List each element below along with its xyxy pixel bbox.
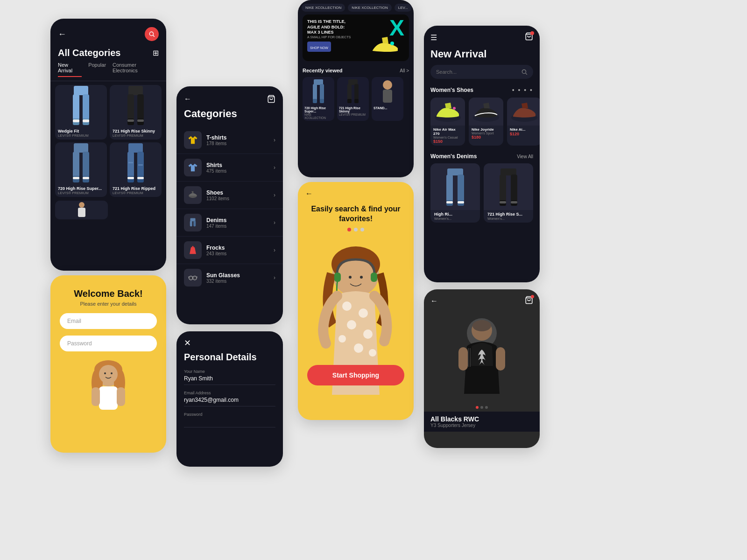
recently-viewed-row: 720 High Rise Super... NIKE XCOLLECTION … (298, 75, 414, 123)
svg-rect-31 (137, 177, 144, 179)
denim-item-1[interactable]: High Ri... Women's... (430, 163, 480, 223)
svg-rect-65 (354, 84, 359, 100)
svg-rect-42 (92, 387, 100, 406)
svg-rect-8 (83, 119, 89, 122)
denim-item-2[interactable]: 721 High Rise S... Women's... (484, 163, 533, 223)
product-item[interactable]: Wedgie Fit LEVI'S® PREMIUM (55, 85, 107, 140)
catlist-header: ← (176, 86, 283, 108)
tab-consumer-electronics[interactable]: Consumer Electronics (113, 62, 159, 77)
svg-point-81 (338, 335, 346, 343)
hero-cta[interactable]: SHOP NOW (310, 46, 328, 49)
svg-point-82 (354, 343, 363, 353)
arrow-icon: › (274, 192, 275, 198)
category-item-denims[interactable]: Denims 147 items › (176, 209, 283, 237)
tab-popular[interactable]: Popular (88, 62, 106, 77)
shoes-nav-dots[interactable]: • • • • (512, 86, 533, 94)
shoe-item-3[interactable]: Nike Ai... $120 (507, 98, 540, 146)
product-item-partial[interactable] (55, 201, 108, 219)
product-name: 720 High Rise Super... (58, 186, 104, 191)
denim-image (430, 163, 480, 210)
cart-button[interactable] (525, 32, 533, 42)
card-personal-details: ✕ Personal Details Your Name Ryan Smith … (176, 331, 283, 467)
cart-button[interactable] (525, 296, 533, 306)
indicator-dot-1[interactable] (476, 406, 479, 409)
password-field[interactable]: Password (60, 336, 157, 351)
svg-rect-113 (470, 348, 471, 367)
recent-item-brand: LEVI'S® PREMIUM (339, 113, 367, 116)
shoe-price: $180 (472, 135, 500, 140)
back-icon[interactable]: ← (305, 189, 313, 198)
card-nike: NIKE XCOLLECTION NIKE XCOLLECTION LEV...… (298, 0, 414, 177)
svg-rect-62 (320, 99, 324, 103)
start-shopping-button[interactable]: Start Shopping (307, 365, 404, 385)
category-item-sunglasses[interactable]: Sun Glasses 332 items › (176, 264, 283, 291)
category-item-tshirts[interactable]: T-shirts 178 items › (176, 126, 283, 154)
shoe-price: $150 (433, 139, 462, 144)
recent-item-3[interactable]: STAND... (372, 77, 403, 121)
category-count: 332 items (206, 279, 274, 284)
denim-sub: Women's... (434, 217, 476, 221)
nike-tab-3[interactable]: LEV... (395, 4, 412, 12)
category-count: 243 items (206, 251, 274, 256)
arrow-icon: › (274, 274, 275, 281)
all-link[interactable]: All > (400, 68, 409, 73)
indicator-dot-2[interactable] (480, 406, 483, 409)
email-field[interactable]: Email (60, 313, 157, 329)
view-all-link[interactable]: View All (517, 154, 533, 159)
recent-item-1[interactable]: 720 High Rise Super... NIKE XCOLLECTION (303, 77, 334, 121)
grid-icon[interactable]: ⊞ (153, 49, 159, 57)
svg-point-38 (99, 365, 118, 384)
shoe-info: Nike Air Max 270 Women's Casual $150 (430, 126, 465, 146)
shoe-item-2[interactable]: Nike Joyride Women's Sport $180 (469, 98, 503, 146)
svg-rect-43 (117, 387, 125, 406)
dot-2[interactable] (354, 228, 358, 231)
product-item[interactable]: 721 High Rise Skinny LEVI'S® PREMIUM (110, 85, 162, 140)
tab-new-arrival[interactable]: New Arrival (58, 62, 82, 77)
category-name: Shoes (206, 189, 274, 196)
search-input[interactable] (436, 69, 521, 75)
svg-rect-112 (468, 348, 469, 367)
category-name: Frocks (206, 245, 274, 251)
category-item-shoes[interactable]: Shoes 1102 items › (176, 182, 283, 209)
svg-rect-27 (138, 164, 143, 166)
category-item-frocks[interactable]: Frocks 243 items › (176, 237, 283, 264)
product-item[interactable]: 721 High Rise Ripped LEVI'S® PREMIUM (110, 142, 162, 197)
shoe-image (430, 98, 465, 126)
search-bar[interactable] (430, 65, 533, 79)
svg-rect-11 (137, 94, 144, 120)
svg-rect-111 (496, 347, 505, 371)
allcat-title-row: All Categories ⊞ (50, 46, 166, 62)
search-screen-header: ← (298, 182, 414, 198)
product-item[interactable]: 720 High Rise Super... LEVI'S® PREMIUM (55, 142, 107, 197)
nike-tab-1[interactable]: NIKE XCOLLECTION (302, 4, 345, 12)
back-icon[interactable]: ← (430, 297, 438, 305)
back-icon[interactable]: ← (58, 29, 66, 39)
indicator-dot-3[interactable] (485, 406, 488, 409)
card-welcome: Welcome Back! Please enter your details … (50, 275, 166, 453)
product-image (110, 142, 162, 184)
back-icon[interactable]: ← (184, 95, 191, 103)
nike-tab-2[interactable]: NIKE XCOLLECTION (348, 4, 391, 12)
svg-line-52 (188, 277, 189, 277)
email-value[interactable]: ryan3425@gmail.com (184, 397, 275, 406)
close-button[interactable]: ✕ (176, 331, 283, 350)
password-value[interactable] (184, 418, 275, 427)
recent-item-2[interactable]: 721 High Rise Skinny LEVI'S® PREMIUM (337, 77, 369, 121)
dot-3[interactable] (360, 228, 364, 231)
denim-name: High Ri... (434, 212, 476, 217)
recent-item-name: STAND... (374, 106, 402, 110)
product-name: All Blacks RWC (430, 415, 533, 423)
welcome-title: Welcome Back! (60, 288, 157, 299)
shoe-item-1[interactable]: Nike Air Max 270 Women's Casual $150 (430, 98, 465, 146)
cart-icon[interactable] (267, 95, 275, 103)
search-button[interactable] (145, 27, 159, 41)
svg-rect-4 (83, 94, 89, 120)
dot-1[interactable] (347, 228, 351, 231)
name-value[interactable]: Ryan Smith (184, 375, 275, 385)
menu-icon[interactable]: ☰ (430, 33, 437, 42)
sunglasses-icon (184, 269, 202, 287)
svg-point-39 (104, 372, 106, 374)
svg-point-32 (79, 202, 85, 208)
category-item-shirts[interactable]: Shirts 475 items › (176, 154, 283, 182)
svg-point-72 (337, 259, 374, 296)
